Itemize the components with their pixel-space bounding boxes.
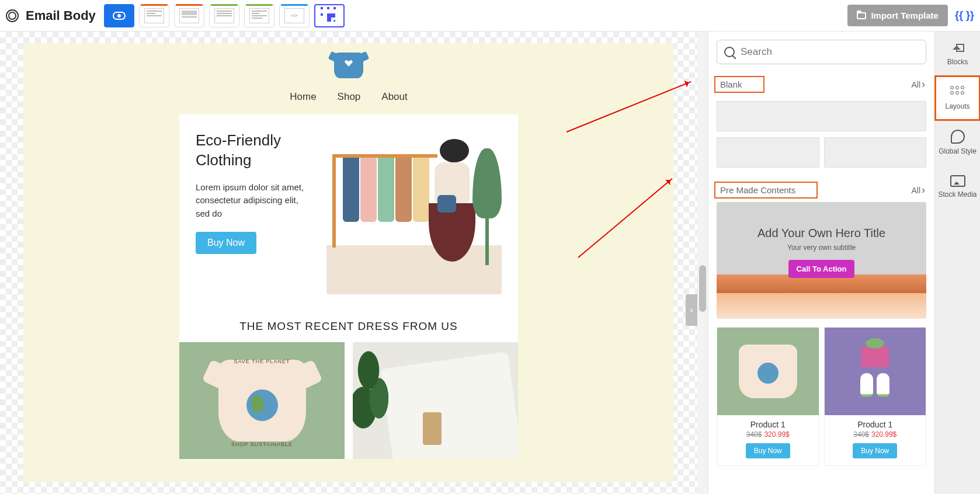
hero-card: Eco-Friendly Clothing Lorem ipsum dolor … — [179, 114, 518, 311]
search-input[interactable] — [741, 46, 919, 58]
rail-layouts[interactable]: Layouts — [935, 76, 980, 120]
premade-label: Pre Made Contents — [714, 182, 818, 199]
blank-layouts-list — [717, 101, 926, 168]
hero-preview-cta: Call To Action — [788, 260, 855, 278]
collapse-panel-button[interactable]: › — [686, 294, 697, 326]
layouts-icon — [950, 86, 965, 99]
layouts-panel: Blank All Pre Made Contents All Add Your… — [708, 32, 934, 494]
blank-all-link[interactable]: All — [911, 78, 925, 91]
preview-toggle[interactable] — [104, 4, 134, 27]
section-heading: THE MOST RECENT DRESS FROM US — [179, 311, 518, 342]
hero-illustration — [326, 131, 502, 294]
product-row: SAVE THE PLANET SHOP SUSTAINABLE — [179, 342, 518, 459]
premade-products-block[interactable]: Product 1 340$320.99$ Buy Now Product 1 … — [717, 327, 926, 466]
blank-layout-half-2[interactable] — [824, 137, 927, 168]
search-box[interactable] — [717, 40, 926, 64]
email-nav: Home Shop About — [290, 91, 408, 103]
product-1-buy: Buy Now — [746, 443, 790, 458]
nav-shop[interactable]: Shop — [338, 91, 361, 103]
hero-cta-button[interactable]: Buy Now — [196, 232, 256, 254]
nav-home[interactable]: Home — [290, 91, 316, 103]
rail-global-style[interactable]: Global Style — [935, 120, 980, 165]
import-template-button[interactable]: Import Template — [847, 5, 948, 26]
top-toolbar: Email Body </> Import Template {{ }} — [0, 0, 980, 32]
code-view-toggle[interactable]: </> — [279, 4, 310, 27]
app-logo-icon — [6, 9, 19, 22]
palette-icon — [951, 130, 965, 144]
premade-section-header: Pre Made Contents All — [717, 178, 926, 202]
folder-icon — [857, 12, 866, 19]
block-picker-toggle[interactable] — [314, 4, 345, 27]
layout-variant-2[interactable] — [174, 4, 204, 27]
premade-hero-block[interactable]: Add Your Own Hero Title Your very own su… — [717, 202, 926, 319]
page-title: Email Body — [26, 8, 96, 23]
right-rail: Blocks Layouts Global Style Stock Media — [934, 32, 980, 494]
product-card-1: Product 1 340$320.99$ Buy Now — [717, 327, 819, 466]
canvas-scrollbar[interactable] — [697, 32, 708, 494]
search-icon — [724, 47, 735, 57]
grid-icon — [321, 7, 338, 25]
product-image-1: SAVE THE PLANET SHOP SUSTAINABLE — [179, 342, 345, 459]
merge-tags-button[interactable]: {{ }} — [955, 9, 974, 22]
eye-icon — [113, 12, 126, 20]
rail-stock-media[interactable]: Stock Media — [935, 165, 980, 209]
hero-body: Lorem ipsum dolor sit amet, consectetur … — [196, 181, 315, 221]
nav-about[interactable]: About — [381, 91, 407, 103]
email-canvas[interactable]: Home Shop About Eco-Friendly Clothing Lo… — [0, 32, 697, 494]
import-label: Import Template — [871, 11, 939, 20]
product-image-2 — [353, 342, 518, 459]
blank-label: Blank — [714, 76, 764, 93]
product-card-2: Product 1 340$320.99$ Buy Now — [824, 327, 927, 466]
blank-section-header: Blank All — [717, 72, 926, 96]
shapes-icon — [950, 41, 965, 54]
hero-preview-title: Add Your Own Hero Title — [757, 227, 885, 240]
hero-title: Eco-Friendly Clothing — [196, 131, 315, 171]
rail-blocks[interactable]: Blocks — [935, 32, 980, 76]
scrollbar-thumb[interactable] — [699, 265, 706, 312]
premade-all-link[interactable]: All — [911, 184, 925, 196]
image-icon — [950, 175, 965, 187]
hero-preview-subtitle: Your very own subtitle — [787, 243, 856, 252]
product-2-buy: Buy Now — [853, 443, 897, 458]
layout-variant-4[interactable] — [244, 4, 274, 27]
blank-layout-half-1[interactable] — [717, 137, 819, 168]
email-preview: Home Shop About Eco-Friendly Clothing Lo… — [23, 43, 674, 482]
layout-variant-1[interactable] — [139, 4, 169, 27]
blank-layout-full[interactable] — [717, 101, 926, 131]
brand-logo-icon — [334, 53, 363, 78]
layout-variant-3[interactable] — [209, 4, 239, 27]
